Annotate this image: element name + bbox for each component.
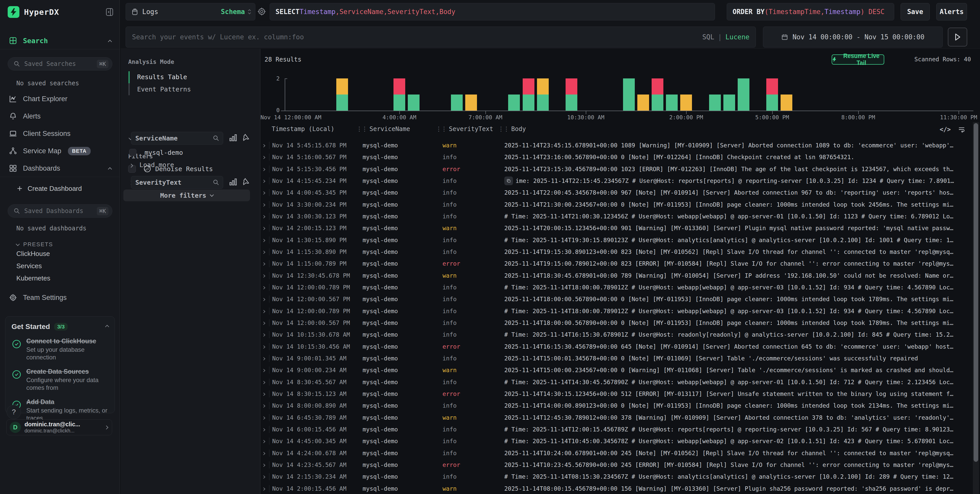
table-row[interactable]: Nov 14 1:15:00.789 PMmysql-demoerror2025… [261, 258, 980, 269]
expand-chevron-icon[interactable] [262, 226, 265, 231]
table-row[interactable]: Nov 14 10:15:30.456 AMmysql-demoerror202… [261, 341, 980, 352]
search-icon[interactable] [213, 179, 220, 186]
expand-chevron-icon[interactable] [262, 332, 265, 337]
expand-chevron-icon[interactable] [262, 344, 265, 349]
col-body[interactable]: ⋮⋮Body [498, 126, 526, 132]
expand-chevron-icon[interactable] [262, 190, 265, 195]
drag-handle-icon[interactable]: ⋮⋮ [498, 126, 509, 132]
help-button[interactable]: ? [6, 405, 21, 419]
expand-chevron-icon[interactable] [262, 202, 265, 207]
expand-chevron-icon[interactable] [262, 297, 265, 302]
expand-chevron-icon[interactable] [262, 320, 265, 325]
select-query-input[interactable]: SELECT Timestamp,ServiceName,SeverityTex… [270, 3, 715, 21]
expand-chevron-icon[interactable] [262, 261, 265, 266]
table-row[interactable]: Nov 14 1:15:30.890 PMmysql-demoinfo2025-… [261, 246, 980, 258]
more-filters-button[interactable]: More filters [123, 190, 250, 201]
chart-toggle-icon[interactable] [229, 178, 237, 186]
bar-segment-green[interactable] [566, 94, 578, 111]
bar-segment-red[interactable] [766, 78, 778, 94]
code-view-icon[interactable]: </> [940, 126, 951, 133]
bar-segment-red[interactable] [566, 78, 578, 94]
mode-results-table[interactable]: Results Table [137, 73, 187, 81]
expand-chevron-icon[interactable] [262, 415, 265, 420]
bar-segment-green[interactable] [766, 94, 778, 111]
table-row[interactable]: Nov 14 4:24:00.678 AMmysql-demoinfo2025-… [261, 447, 980, 459]
load-more-button[interactable]: Load more [139, 161, 174, 169]
table-row[interactable]: Nov 14 5:45:15.678 PMmysql-demowarn2025-… [261, 139, 980, 151]
expand-chevron-icon[interactable] [262, 214, 265, 219]
bar-segment-green[interactable] [451, 94, 463, 111]
mode-event-patterns[interactable]: Event Patterns [137, 86, 191, 93]
col-timestamp[interactable]: Timestamp (Local) [272, 126, 334, 132]
preset-clickhouse[interactable]: ClickHouse [16, 250, 50, 258]
expand-chevron-icon[interactable] [262, 380, 265, 385]
bar-segment-yellow[interactable] [537, 78, 549, 94]
table-row[interactable]: Nov 14 6:45:30.789 AMmysql-demowarn2025-… [261, 412, 980, 424]
sidebar-item-chart-explorer[interactable]: Chart Explorer [0, 91, 120, 106]
date-range-picker[interactable]: Nov 14 00:00:00 - Nov 15 00:00:00 [763, 27, 943, 48]
table-row[interactable]: Nov 14 4:23:45.567 AMmysql-demoerror2025… [261, 459, 980, 471]
source-settings-gear-icon[interactable] [258, 7, 266, 16]
user-menu[interactable]: D dominic.tran@clic... dominic.tran@clic… [6, 419, 112, 435]
expand-chevron-icon[interactable] [262, 155, 265, 159]
sidebar-item-alerts[interactable]: Alerts [0, 109, 120, 124]
expand-chevron-icon[interactable] [262, 309, 265, 314]
expand-chevron-icon[interactable] [262, 451, 265, 456]
expand-chevron-icon[interactable] [262, 392, 265, 397]
presets-toggle[interactable]: PRESETS [16, 241, 53, 248]
servicename-field[interactable]: ServiceName [131, 132, 223, 145]
expand-chevron-icon[interactable] [262, 439, 265, 444]
bar-segment-yellow[interactable] [465, 94, 477, 111]
save-button[interactable]: Save [900, 3, 930, 21]
table-row[interactable]: Nov 14 5:15:30.456 PMmysql-demoerror2025… [261, 163, 980, 175]
sql-toggle[interactable]: SQL [702, 33, 714, 41]
drag-handle-icon[interactable]: ⋮⋮ [356, 126, 367, 132]
table-row[interactable]: Nov 14 3:00:30.123 PMmysql-demoinfo# Tim… [261, 210, 980, 222]
get-started-item[interactable]: Create Data SourcesConfigure where your … [11, 368, 108, 392]
get-started-item[interactable]: Add DataStart sending logs, metrics, or … [11, 398, 108, 422]
drag-handle-icon[interactable]: ⋮⋮ [436, 126, 446, 132]
table-row[interactable]: Nov 14 6:00:15.456 AMmysql-demoinfo# Tim… [261, 424, 980, 435]
bar-segment-yellow[interactable] [781, 94, 792, 111]
table-row[interactable]: Nov 14 4:00:45.345 PMmysql-demoinfo2025-… [261, 187, 980, 198]
bar-segment-green[interactable] [652, 94, 663, 111]
sidebar-item-dashboards[interactable]: Dashboards [0, 161, 120, 176]
expand-chevron-icon[interactable] [262, 178, 265, 183]
chevron-up-icon[interactable] [106, 324, 108, 329]
bar-segment-green[interactable] [508, 94, 520, 111]
bar-segment-green[interactable] [537, 94, 549, 111]
preset-kubernetes[interactable]: Kubernetes [16, 274, 50, 282]
bar-segment-yellow[interactable] [336, 78, 348, 94]
bar-segment-green[interactable] [738, 78, 749, 111]
event-search-input[interactable] [132, 33, 702, 41]
col-severitytext[interactable]: ⋮⋮SeverityText [436, 126, 493, 132]
mysql-demo-checkbox[interactable] [129, 149, 136, 156]
expand-chevron-icon[interactable] [262, 486, 265, 491]
sidebar-item-client-sessions[interactable]: Client Sessions [0, 126, 120, 141]
bar-segment-yellow[interactable] [637, 94, 649, 111]
chart-toggle-icon[interactable] [229, 134, 237, 142]
create-dashboard-button[interactable]: Create Dashboard [0, 182, 120, 195]
bar-segment-red[interactable] [393, 78, 405, 94]
table-row[interactable]: Nov 14 5:16:00.567 PMmysql-demoinfo2025-… [261, 151, 980, 163]
table-row[interactable]: Nov 14 12:30:45.678 PMmysql-demowarn2025… [261, 270, 980, 282]
saved-searches-input[interactable]: Saved Searches ⌘K [8, 57, 112, 70]
expand-chevron-icon[interactable] [262, 238, 265, 243]
expand-chevron-icon[interactable] [262, 250, 265, 254]
expand-chevron-icon[interactable] [262, 462, 265, 467]
alerts-button[interactable]: Alerts [936, 3, 967, 21]
wrap-lines-icon[interactable] [958, 126, 966, 133]
saved-dashboards-input[interactable]: Saved Dashboards ⌘K [8, 204, 112, 218]
events-histogram[interactable]: Nov 14 12:00:00 AM4:00:00 AM7:00:00 AM10… [261, 49, 980, 123]
table-row[interactable]: Nov 14 2:15:30.234 AMmysql-demoinfo# Tim… [261, 471, 980, 483]
copy-icon[interactable] [504, 177, 513, 185]
table-row[interactable]: Nov 14 8:30:15.123 AMmysql-demoerror2025… [261, 388, 980, 400]
expand-chevron-icon[interactable] [262, 403, 265, 408]
bar-segment-yellow[interactable] [680, 94, 692, 111]
table-row[interactable]: Nov 14 9:00:00.234 AMmysql-demowarn2025-… [261, 364, 980, 376]
bar-segment-green[interactable] [408, 94, 420, 111]
scrollbar-thumb[interactable] [974, 123, 978, 462]
bar-segment-green[interactable] [623, 78, 635, 111]
table-row[interactable]: Nov 14 12:00:00.789 PMmysql-demoinfo# Ti… [261, 282, 980, 293]
get-started-item[interactable]: Connect to ClickHouseSet up your databas… [11, 338, 108, 361]
